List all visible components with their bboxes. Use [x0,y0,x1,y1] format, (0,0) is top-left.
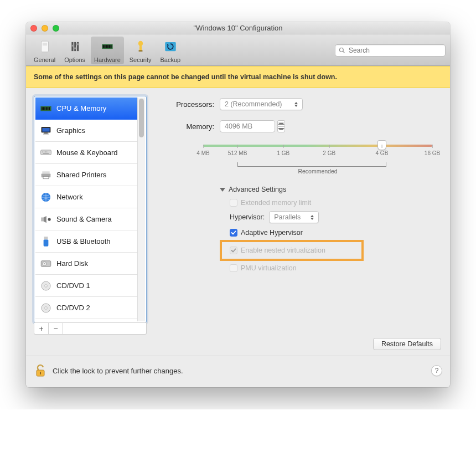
sidebar-item-hard-disk[interactable]: Hard Disk [35,253,145,275]
ram-icon [40,104,52,114]
security-icon [132,38,149,55]
minimize-icon[interactable] [42,25,48,32]
extended-memory-checkbox-row: Extended memory limit [230,199,437,207]
sidebar-item-cd-dvd-2[interactable]: CD/DVD 2 [35,297,145,319]
sidebar-item-sound-camera[interactable]: Sound & Camera [35,208,145,230]
memory-stepper[interactable] [277,120,285,132]
printer-icon [40,170,52,180]
hypervisor-label: Hypervisor: [230,213,265,221]
svg-point-34 [44,151,44,152]
processors-label: Processors: [160,100,220,109]
svg-rect-10 [104,45,105,48]
toolbar-backup[interactable]: Backup [157,37,184,64]
sidebar-item-cd-dvd-1[interactable]: CD/DVD 1 [35,275,145,297]
svg-rect-27 [49,107,50,110]
sidebar-item-label: USB & Bluetooth [56,237,111,245]
globe-icon [40,192,52,202]
svg-rect-0 [41,41,48,52]
checkbox-icon [230,199,237,207]
svg-rect-29 [42,128,49,132]
disc-icon [40,303,52,313]
sidebar-item-usb-bluetooth[interactable]: USB & Bluetooth [35,230,145,253]
footer-text: Click the lock to prevent further change… [53,367,426,375]
pmu-virtualization-checkbox-row: PMU virtualization [230,264,437,272]
slider-ticks: 4 MB 512 MB 1 GB 2 GB 4 GB 16 GB [203,150,432,160]
checkbox-icon [230,229,237,237]
chevron-updown-icon [308,213,316,222]
search-box[interactable] [335,44,446,57]
svg-rect-45 [44,239,49,246]
svg-point-35 [45,151,45,152]
sidebar-item-label: Mouse & Keyboard [56,148,118,157]
hardware-icon [99,38,116,55]
processors-select[interactable]: 2 (Recommended) [220,98,303,110]
recommended-label: Recommended [298,168,337,175]
svg-rect-3 [74,42,76,51]
sidebar-scrollbar[interactable] [137,98,145,321]
checkbox-icon [230,247,237,254]
highlighted-nested-virt: Enable nested virtualization [220,240,364,261]
svg-rect-25 [46,107,47,110]
toolbar-security[interactable]: Security [126,37,155,64]
memory-field[interactable]: 4096 MB [220,120,275,132]
hardware-sidebar: CPU & Memory Graphics Mouse & Keyboard [34,96,147,323]
svg-rect-13 [109,45,110,48]
traffic-lights [30,25,59,32]
svg-rect-17 [138,50,142,52]
disc-icon [40,281,52,291]
advanced-disclosure[interactable]: Advanced Settings [220,186,437,193]
svg-rect-11 [106,45,107,48]
svg-rect-38 [42,171,49,173]
cpu-memory-pane: Processors: 2 (Recommended) Memory: 4096… [147,96,442,275]
svg-rect-32 [41,150,51,155]
options-icon [66,38,84,55]
sidebar-item-label: Network [56,193,83,201]
hypervisor-select[interactable]: Parallels [269,211,319,223]
checkbox-icon [230,264,237,272]
search-input[interactable] [348,46,442,55]
sidebar-item-mouse-keyboard[interactable]: Mouse & Keyboard [35,142,145,164]
remove-button[interactable]: − [49,323,63,334]
memory-label: Memory: [160,122,220,131]
usb-icon [40,237,52,247]
keyboard-icon [40,148,52,158]
svg-point-15 [138,41,143,47]
svg-rect-40 [43,176,49,178]
sidebar-item-graphics[interactable]: Graphics [35,120,145,142]
svg-rect-12 [107,45,108,48]
svg-rect-54 [40,372,41,374]
sidebar-item-cpu-memory[interactable]: CPU & Memory [35,98,145,120]
window-title: "Windows 10" Configuration [26,24,450,32]
sound-icon [40,214,52,224]
search-icon [339,47,345,54]
sidebar-item-label: CPU & Memory [56,104,106,112]
sidebar-item-label: CD/DVD 1 [56,281,90,290]
sidebar-item-label: CD/DVD 2 [56,304,90,312]
sidebar-footer: + − [34,322,147,335]
svg-rect-44 [44,237,48,239]
toolbar-hardware[interactable]: Hardware [91,37,124,64]
svg-rect-14 [110,45,111,48]
svg-rect-7 [76,43,79,45]
restore-defaults-button[interactable]: Restore Defaults [373,338,441,350]
toolbar-options[interactable]: Options [61,37,89,64]
svg-point-50 [45,284,48,287]
svg-point-36 [46,151,47,152]
hdd-icon [40,259,52,269]
zoom-icon[interactable] [53,25,59,32]
scrollbar-thumb[interactable] [139,99,144,137]
toolbar-general[interactable]: General [30,37,59,64]
add-button[interactable]: + [34,323,49,334]
nested-virtualization-checkbox-row: Enable nested virtualization [230,247,356,254]
svg-line-20 [343,52,345,53]
footer: Click the lock to prevent further change… [26,356,450,387]
sidebar-item-shared-printers[interactable]: Shared Printers [35,164,145,186]
svg-rect-42 [41,217,43,221]
help-button[interactable]: ? [431,365,442,376]
lock-icon[interactable] [34,364,47,377]
close-icon[interactable] [30,25,37,32]
sidebar-item-network[interactable]: Network [35,186,145,208]
svg-rect-31 [43,134,49,135]
adaptive-hypervisor-checkbox-row[interactable]: Adaptive Hypervisor [230,229,437,237]
monitor-icon [40,126,52,136]
